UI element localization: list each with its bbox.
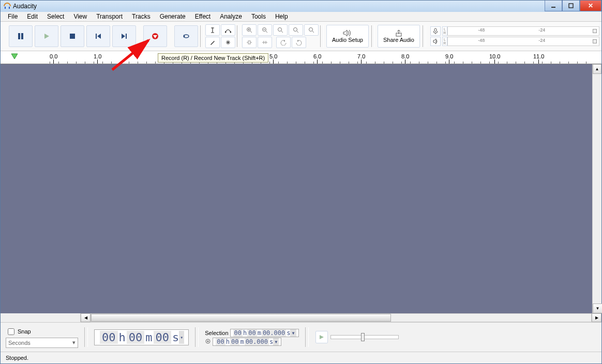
meter-r2: R [443,41,447,45]
svg-marker-28 [320,335,324,339]
vertical-scrollbar[interactable]: ▲ ▼ [592,64,601,313]
playback-speed-slider[interactable] [330,335,399,339]
gear-icon[interactable] [205,338,211,345]
scroll-left-button[interactable]: ◀ [81,313,91,322]
ruler-tick: 7.0 [357,53,365,64]
record-button[interactable] [143,25,167,47]
time-minutes: 00 [127,331,145,344]
fit-project-button[interactable] [289,24,303,36]
snap-label: Snap [18,328,31,335]
zoom-toggle-button[interactable] [304,24,319,36]
selection-end[interactable]: 00h 00m 00.000s▾ [213,338,281,346]
timeline-ruler[interactable]: 0.01.05.06.07.08.09.010.011.0 [1,51,601,64]
svg-rect-5 [70,34,75,39]
skip-end-button[interactable] [112,25,136,47]
svg-rect-24 [434,28,437,32]
svg-point-27 [207,340,209,342]
menu-file[interactable]: File [4,12,22,21]
loop-button[interactable] [174,25,198,47]
status-text: Stopped. [6,355,28,361]
recording-meter[interactable]: LR -48 -24 [430,26,599,36]
playhead-marker[interactable] [11,53,18,61]
silence-button[interactable] [258,37,272,48]
meter-l: L [443,27,447,31]
selection-start[interactable]: 00h 00m 00.000s▾ [230,329,299,337]
track-area[interactable]: ▲ ▼ [1,64,601,313]
zoom-out-button[interactable] [258,24,272,36]
scroll-up-button[interactable]: ▲ [593,64,601,74]
zoom-in-button[interactable] [242,24,257,36]
meter-r: R [443,31,447,35]
menu-transport[interactable]: Transport [92,12,127,21]
ruler-tick: 11.0 [533,53,544,64]
svg-rect-6 [96,34,97,39]
share-icon [395,29,403,37]
toolbar-row: Audio Setup Share Audio LR -48 -24 LR [1,22,601,51]
meter-tick-24b: -24 [538,38,545,43]
menu-view[interactable]: View [69,12,91,21]
microphone-icon [430,26,441,36]
window-title: Audacity [13,3,37,10]
svg-rect-2 [18,33,20,39]
status-bar: Stopped. [1,352,601,363]
share-audio-button[interactable]: Share Audio [378,25,420,48]
menu-help[interactable]: Help [271,12,292,21]
scroll-thumb[interactable] [91,314,391,322]
app-icon [4,3,11,10]
scroll-down-button[interactable]: ▼ [593,304,602,313]
trim-button[interactable] [242,37,257,48]
playback-meter[interactable]: LR -48 -24 [430,37,599,46]
time-seconds: 00 [154,331,172,344]
meter-tick-48: -48 [478,27,485,33]
ruler-tick: 1.0 [94,53,101,64]
svg-point-19 [309,28,313,32]
svg-rect-9 [126,34,127,39]
title-bar: Audacity ✕ [1,1,601,12]
play-at-speed-button[interactable] [315,331,328,343]
svg-point-18 [294,28,297,32]
menu-effect[interactable]: Effect [191,12,215,21]
meter-l2: L [443,38,447,41]
snap-unit-value: Seconds [8,340,31,346]
draw-tool[interactable] [205,37,220,48]
selection-tool[interactable] [205,24,220,36]
menu-generate[interactable]: Generate [156,12,190,21]
undo-button[interactable] [276,37,291,48]
menu-bar: File Edit Select View Transport Tracks G… [1,12,601,22]
envelope-tool[interactable] [221,24,235,36]
speed-thumb[interactable] [361,333,365,341]
minimize-button[interactable] [545,1,562,11]
menu-tracks[interactable]: Tracks [128,12,155,21]
maximize-button[interactable] [562,1,580,11]
ruler-tick: 6.0 [313,53,321,64]
svg-rect-0 [551,7,555,8]
time-h-label: h [119,331,126,344]
svg-rect-20 [248,41,250,44]
skip-start-button[interactable] [86,25,110,47]
multi-tool[interactable] [221,37,235,48]
redo-button[interactable] [292,37,306,48]
ruler-tick: 9.0 [445,53,453,64]
snap-unit-select[interactable]: Seconds▾ [6,338,78,348]
meter-tick-24: -24 [538,27,545,33]
horizontal-scrollbar[interactable]: ◀ ▶ [1,313,601,322]
close-button[interactable]: ✕ [580,1,601,11]
svg-point-17 [278,28,282,32]
ruler-tick: 8.0 [401,53,409,64]
stop-button[interactable] [61,25,84,47]
menu-tools[interactable]: Tools [247,12,270,21]
selection-label: Selection [205,330,228,336]
fit-selection-button[interactable] [273,24,288,36]
svg-marker-25 [11,54,18,59]
audio-setup-button[interactable]: Audio Setup [326,25,369,48]
svg-marker-4 [44,34,49,39]
snap-checkbox[interactable]: Snap [6,327,78,337]
menu-select[interactable]: Select [43,12,68,21]
menu-edit[interactable]: Edit [23,12,42,21]
time-display[interactable]: 00 h 00 m 00 s ▾ [94,329,189,345]
menu-analyze[interactable]: Analyze [216,12,246,21]
scroll-right-button[interactable]: ▶ [592,313,601,322]
play-button[interactable] [35,25,58,47]
svg-marker-7 [97,34,101,39]
pause-button[interactable] [9,25,33,47]
